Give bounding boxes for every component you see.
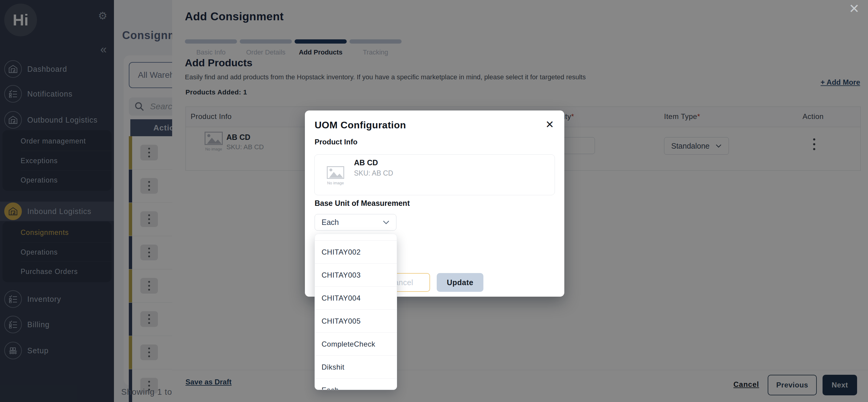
base-uom-select[interactable]: Each <box>315 214 396 231</box>
dropdown-search-strip[interactable] <box>315 234 397 241</box>
image-placeholder-icon <box>327 166 344 179</box>
product-sku: SKU: AB CD <box>354 169 393 177</box>
no-image-label: No image <box>327 181 344 185</box>
dropdown-option[interactable]: CHITAY002 <box>315 241 397 264</box>
dropdown-option[interactable]: Dikshit <box>315 356 397 379</box>
modal-product-card: No image AB CD SKU: AB CD <box>314 155 555 195</box>
base-uom-value: Each <box>321 218 339 227</box>
dropdown-option[interactable]: Each <box>315 379 397 390</box>
dropdown-option[interactable]: CHITAY004 <box>315 287 397 310</box>
app-screen: Consignments All Warehouses Search Actio… <box>0 0 868 402</box>
product-image-placeholder: No image <box>327 166 344 185</box>
modal-title: UOM Configuration <box>315 120 406 131</box>
product-name: AB CD <box>354 158 378 167</box>
dropdown-option[interactable]: CompleteCheck <box>315 333 397 356</box>
uom-dropdown-list: CHITAY002 CHITAY003 CHITAY004 CHITAY005 … <box>315 234 397 390</box>
product-info-label: Product Info <box>315 138 357 146</box>
modal-update-button[interactable]: Update <box>437 273 484 292</box>
close-icon[interactable]: ✕ <box>849 1 860 16</box>
chevron-down-icon <box>383 221 390 224</box>
dropdown-option[interactable]: CHITAY003 <box>315 264 397 287</box>
modal-close-icon[interactable]: ✕ <box>546 119 554 131</box>
dropdown-option[interactable]: CHITAY005 <box>315 310 397 333</box>
base-uom-label: Base Unit of Measurement <box>315 199 410 208</box>
